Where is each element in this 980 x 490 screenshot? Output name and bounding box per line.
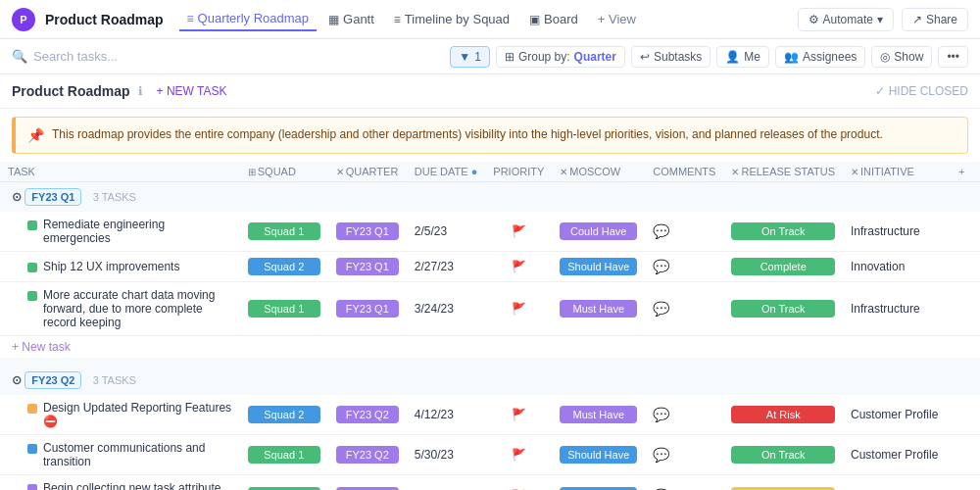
table-container: TASK ⊞SQUAD ✕QUARTER DUE DATE ● PRIORITY… [0, 162, 980, 490]
moscow-badge: Could Have [560, 222, 637, 240]
priority-flag: 🚩 [512, 260, 526, 273]
group-by-button[interactable]: ⊞ Group by: Quarter [496, 46, 625, 68]
show-button[interactable]: ◎ Show [871, 46, 932, 68]
subtasks-button[interactable]: ↩ Subtasks [631, 46, 710, 68]
task-name[interactable]: Remediate engineering emergencies [43, 218, 232, 245]
col-header-moscow: ✕MOSCOW [552, 162, 645, 182]
top-nav: P Product Roadmap ≡ Quarterly Roadmap ▦ … [0, 0, 980, 39]
new-task-button[interactable]: + NEW TASK [151, 82, 233, 100]
quarter-header-FY23-Q1: ⊙ FY23 Q1 3 TASKS [0, 182, 980, 213]
add-view-button[interactable]: + View [590, 8, 644, 30]
tab-gantt[interactable]: ▦ Gantt [320, 8, 382, 30]
priority-flag: 🚩 [512, 224, 526, 238]
priority-cell: 🚩 [485, 475, 552, 491]
project-header: Product Roadmap ℹ + NEW TASK ✓ HIDE CLOS… [0, 74, 980, 109]
col-header-actions: + [951, 162, 980, 182]
squad-cell: Squad 2 [240, 395, 328, 435]
quarter-cell-badge: FY23 Q1 [336, 222, 399, 240]
task-dot [27, 444, 37, 454]
divider-row [0, 358, 980, 366]
main-content: Product Roadmap ℹ + NEW TASK ✓ HIDE CLOS… [0, 74, 980, 490]
priority-cell: 🚩 [485, 282, 552, 336]
date-cell: 6/7/23 [407, 475, 486, 491]
task-name[interactable]: Begin collecting new task attribute fiel… [43, 481, 232, 490]
assignees-button[interactable]: 👥 Assignees [775, 46, 865, 68]
initiative-cell: Innovation [843, 252, 951, 282]
squad-cell: Squad 2 [240, 252, 328, 282]
table-row: Customer communications and transition S… [0, 435, 980, 475]
task-name[interactable]: Ship 12 UX improvements [43, 260, 179, 273]
task-name[interactable]: Customer communications and transition [43, 441, 232, 468]
quarterly-tab-icon: ≡ [187, 12, 194, 25]
initiative-cell: Customer Profile [843, 475, 951, 491]
comment-cell[interactable]: 💬 [645, 212, 723, 252]
filter-button[interactable]: ▼ 1 [450, 46, 490, 68]
initiative-cell: Customer Profile [843, 395, 951, 435]
date-cell: 5/30/23 [407, 435, 486, 475]
task-name[interactable]: More accurate chart data moving forward,… [43, 288, 232, 329]
filter-bar: ▼ 1 ⊞ Group by: Quarter ↩ Subtasks 👤 Me … [450, 46, 968, 68]
tab-quarterly-roadmap[interactable]: ≡ Quarterly Roadmap [179, 7, 317, 31]
hide-closed-button[interactable]: ✓ HIDE CLOSED [875, 84, 968, 98]
col-header-task: TASK [0, 162, 240, 182]
quarter-toggle-1[interactable]: ⊙ [12, 373, 22, 387]
automate-icon: ⚙ [808, 13, 819, 26]
status-cell: On Track [723, 282, 843, 336]
quarter-cell-badge: FY23 Q1 [336, 258, 399, 275]
share-button[interactable]: ↗ Share [902, 8, 968, 31]
row-actions [951, 475, 980, 491]
timeline-tab-icon: ≡ [394, 13, 401, 26]
info-icon[interactable]: ℹ [138, 84, 143, 98]
task-name-cell: Begin collecting new task attribute fiel… [0, 475, 240, 491]
priority-flag: 🚩 [512, 448, 526, 462]
status-cell: At Risk [723, 395, 843, 435]
date-cell: 2/27/23 [407, 252, 486, 282]
me-button[interactable]: 👤 Me [716, 46, 769, 68]
new-task-row-q0[interactable]: + New task [0, 336, 980, 359]
tab-timeline-by-squad[interactable]: ≡ Timeline by Squad [386, 8, 517, 30]
quarter-cell: FY23 Q2 [328, 475, 407, 491]
comment-cell[interactable]: 💬 [645, 435, 723, 475]
quarter-cell-badge: FY23 Q2 [336, 446, 399, 464]
col-header-squad: ⊞SQUAD [240, 162, 328, 182]
task-dot [27, 263, 37, 272]
table-row: Begin collecting new task attribute fiel… [0, 475, 980, 491]
group-icon: ⊞ [505, 50, 514, 64]
more-options-button[interactable]: ••• [938, 46, 968, 68]
nav-right: ⚙ Automate ▾ ↗ Share [798, 8, 968, 31]
quarter-cell: FY23 Q1 [328, 252, 407, 282]
quarter-toggle-0[interactable]: ⊙ [12, 190, 22, 204]
remove-icon: ⛔ [43, 415, 58, 428]
automate-button[interactable]: ⚙ Automate ▾ [798, 8, 894, 31]
group-by-value: Quarter [574, 50, 616, 64]
moscow-col-icon: ✕ [560, 167, 567, 177]
quarter-cell: FY23 Q1 [328, 282, 407, 336]
tab-board[interactable]: ▣ Board [521, 8, 586, 30]
assignees-icon: 👥 [784, 50, 799, 64]
comment-cell[interactable]: 💬 [645, 395, 723, 435]
col-header-initiative: ✕INITIATIVE [843, 162, 951, 182]
moscow-cell: Should Have [552, 435, 645, 475]
priority-flag: 🚩 [512, 408, 526, 421]
comment-cell[interactable]: 💬 [645, 282, 723, 336]
task-dot [27, 404, 37, 414]
search-input-container[interactable]: 🔍 Search tasks... [12, 49, 118, 64]
project-header-title: Product Roadmap [12, 83, 130, 99]
col-header-release-status: ✕RELEASE STATUS [723, 162, 843, 182]
priority-cell: 🚩 [485, 395, 552, 435]
task-name-cell: Remediate engineering emergencies [0, 212, 240, 252]
status-badge: On Track [731, 300, 835, 318]
comment-cell[interactable]: 💬 [645, 475, 723, 491]
col-header-comments: COMMENTS [645, 162, 723, 182]
priority-cell: 🚩 [485, 435, 552, 475]
comment-cell[interactable]: 💬 [645, 252, 723, 282]
comment-icon: 💬 [653, 447, 669, 463]
squad-cell: Squad 1 [240, 212, 328, 252]
pin-icon: 📌 [27, 127, 44, 143]
task-name-cell: Design Updated Reporting Features ⛔ [0, 395, 240, 435]
moscow-badge: Should Have [560, 258, 637, 275]
task-name[interactable]: Design Updated Reporting Features ⛔ [43, 401, 232, 428]
show-icon: ◎ [880, 50, 890, 64]
quarter-cell: FY23 Q1 [328, 212, 407, 252]
date-cell: 3/24/23 [407, 282, 486, 336]
